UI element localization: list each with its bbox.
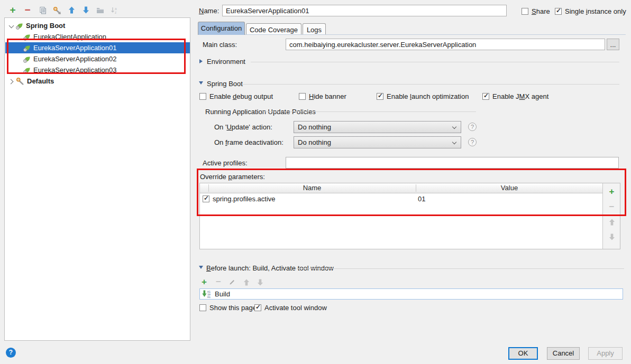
- table-row[interactable]: spring.profiles.active 01: [200, 193, 603, 204]
- wrench-icon: [16, 77, 24, 85]
- show-this-page-checkbox[interactable]: [199, 304, 206, 311]
- section-divider: [251, 62, 619, 62]
- before-launch-move-down-button[interactable]: [256, 278, 264, 286]
- plus-icon: +: [609, 186, 615, 197]
- main-class-input[interactable]: [286, 39, 605, 50]
- table-move-up-button[interactable]: [603, 216, 620, 228]
- expand-triangle-icon[interactable]: [199, 266, 203, 269]
- plus-icon: +: [10, 5, 15, 15]
- ok-button[interactable]: OK: [508, 347, 538, 360]
- override-parameters-table: Name Value spring.profiles.active 01 + −: [199, 183, 620, 249]
- spring-boot-icon: [23, 33, 31, 41]
- tree-node-spring-boot[interactable]: Spring Boot: [5, 20, 190, 31]
- tree-node-eureka-server-01[interactable]: EurekaServerApplication01: [5, 42, 190, 53]
- spring-boot-icon: [16, 22, 23, 30]
- single-instance-checkbox-group: Single instance only: [555, 7, 626, 15]
- folder-icon: [96, 7, 104, 14]
- activate-tool-window-label: Activate tool window: [264, 304, 327, 312]
- tree-node-defaults[interactable]: Defaults: [5, 76, 190, 87]
- svg-text:z: z: [115, 11, 116, 14]
- hide-banner-checkbox[interactable]: [299, 93, 306, 100]
- section-divider: [296, 268, 624, 269]
- copy-button[interactable]: [36, 4, 48, 16]
- before-launch-remove-button[interactable]: −: [214, 278, 223, 286]
- before-launch-edit-button[interactable]: [228, 278, 236, 286]
- hide-banner-label: Hide banner: [309, 92, 346, 100]
- new-folder-button[interactable]: [94, 4, 106, 16]
- move-down-button[interactable]: [80, 4, 92, 16]
- wrench-icon: [53, 6, 61, 14]
- name-input[interactable]: [222, 5, 507, 16]
- active-profiles-input[interactable]: [286, 157, 619, 169]
- minus-icon: −: [24, 5, 30, 15]
- run-configurations-tree: Spring Boot EurekaClientApplication Eure…: [4, 17, 190, 341]
- chevron-down-icon: [452, 140, 456, 144]
- pencil-icon: [228, 278, 236, 286]
- table-remove-button[interactable]: −: [603, 201, 620, 213]
- spring-boot-icon: [23, 55, 31, 63]
- tab-code-coverage[interactable]: Code Coverage: [246, 23, 301, 35]
- apply-button[interactable]: Apply: [588, 347, 623, 360]
- environment-section-label[interactable]: Environment: [207, 58, 245, 66]
- show-this-page-group: Show this page: [199, 304, 257, 312]
- tab-configuration[interactable]: Configuration: [198, 22, 245, 35]
- tree-node-eureka-server-03[interactable]: EurekaServerApplication03: [5, 64, 190, 76]
- chevron-right-icon[interactable]: [9, 79, 13, 83]
- on-frame-deactivation-select[interactable]: Do nothing: [294, 136, 461, 148]
- help-circle-icon[interactable]: ?: [468, 123, 477, 131]
- collapse-triangle-icon[interactable]: [199, 59, 203, 63]
- on-update-action-value: Do nothing: [298, 123, 331, 131]
- table-toolbar: + −: [602, 183, 620, 249]
- svg-text:a: a: [115, 7, 117, 11]
- on-frame-deactivation-label: On frame deactivation:: [214, 138, 284, 146]
- tree-node-label: EurekaServerApplication03: [33, 66, 117, 74]
- edit-defaults-button[interactable]: [51, 4, 63, 16]
- hide-banner-group: Hide banner: [299, 92, 346, 100]
- arrow-down-icon: [257, 279, 263, 286]
- spring-boot-icon: [23, 44, 31, 52]
- sort-alphabetically-button[interactable]: az: [108, 4, 120, 16]
- tree-node-eureka-server-02[interactable]: EurekaServerApplication02: [5, 53, 190, 64]
- enable-launch-optimization-label: Enable launch optimization: [387, 92, 469, 100]
- parameter-value-cell: 01: [418, 195, 425, 203]
- help-circle-icon[interactable]: ?: [468, 138, 477, 146]
- cancel-button[interactable]: Cancel: [547, 347, 580, 360]
- on-update-action-select[interactable]: Do nothing: [294, 121, 461, 133]
- add-button[interactable]: +: [7, 4, 19, 16]
- spring-boot-section-label[interactable]: Spring Boot: [207, 80, 243, 88]
- single-instance-label: Single instance only: [565, 7, 626, 15]
- expand-triangle-icon[interactable]: [199, 81, 203, 85]
- table-add-button[interactable]: +: [603, 185, 620, 198]
- tree-node-label: EurekaClientApplication: [33, 33, 106, 41]
- tree-node-label: EurekaServerApplication02: [33, 55, 117, 63]
- chevron-down-icon[interactable]: [9, 24, 13, 28]
- arrow-up-icon: [68, 6, 75, 14]
- name-label: Name:: [199, 7, 219, 15]
- before-launch-task-build[interactable]: 011001 Build: [199, 288, 623, 300]
- before-launch-add-button[interactable]: +: [200, 278, 208, 286]
- remove-button[interactable]: −: [22, 4, 33, 16]
- spring-boot-icon: [23, 67, 31, 74]
- tree-node-label: Defaults: [27, 77, 54, 85]
- enable-jmx-agent-group: Enable JMX agent: [482, 92, 548, 100]
- help-button[interactable]: ?: [6, 348, 16, 358]
- browse-button[interactable]: ...: [607, 39, 619, 50]
- copy-icon: [39, 6, 47, 14]
- before-launch-move-up-button[interactable]: [242, 278, 251, 286]
- move-up-button[interactable]: [66, 4, 77, 16]
- parameter-enabled-checkbox[interactable]: [203, 195, 209, 202]
- main-class-label: Main class:: [203, 41, 237, 49]
- single-instance-checkbox[interactable]: [555, 8, 562, 15]
- minus-icon: −: [216, 277, 221, 287]
- arrow-up-icon: [609, 219, 615, 226]
- tree-node-eureka-client[interactable]: EurekaClientApplication: [5, 31, 190, 42]
- tab-logs[interactable]: Logs: [303, 23, 326, 35]
- enable-jmx-agent-checkbox[interactable]: [482, 93, 489, 100]
- enable-debug-output-checkbox[interactable]: [199, 93, 206, 100]
- column-header-name: Name: [208, 183, 416, 193]
- enable-launch-optimization-checkbox[interactable]: [377, 93, 383, 100]
- share-checkbox[interactable]: [522, 8, 528, 15]
- activate-tool-window-checkbox[interactable]: [254, 304, 261, 311]
- tree-node-label: Spring Boot: [26, 22, 65, 30]
- table-move-down-button[interactable]: [603, 230, 620, 243]
